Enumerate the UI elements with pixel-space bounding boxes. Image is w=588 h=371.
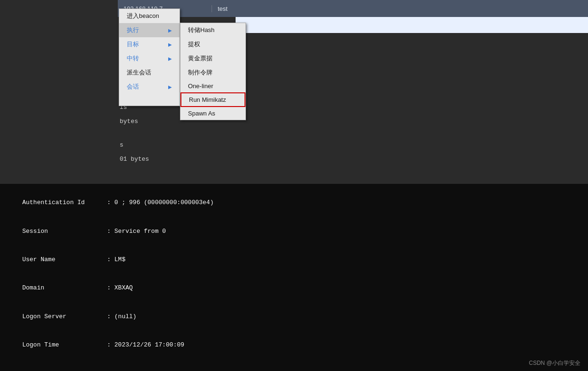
top-section: 192.168.110.7 test At n 192.168.110.7@26… [0,0,588,184]
bytes-text3: 01 bytes [120,156,149,163]
terminal-line-domain: Domain : XBXAQ [8,274,580,302]
terminal-section: Authentication Id : 0 ; 996 (00000000:00… [0,184,588,371]
menu-item-make-token[interactable]: 制作令牌 [180,66,245,80]
s-text: s [120,141,123,148]
menu-item-dump-hash[interactable]: 转储Hash [180,23,245,37]
menu-item-spawn-as[interactable]: Spawn As [180,107,245,120]
header-test: test [212,5,588,12]
ip-row [236,17,588,33]
menu-item-relay[interactable]: 中转 ▶ [119,51,180,66]
menu-item-one-liner[interactable]: One-liner [180,80,245,92]
arrow-icon: ▶ [168,56,172,61]
menu-item-spawn-session[interactable]: 派生会话 [119,66,180,80]
terminal-line-logon-time: Logon Time : 2023/12/26 17:00:09 [8,331,580,359]
terminal-line-sid: SID : S-1-5-20 [8,360,580,371]
terminal-line-session: Session : Service from 0 [8,217,580,245]
secondary-menu: 转储Hash 提权 黄金票据 制作令牌 One-liner Run Mimika… [180,23,246,120]
arrow-icon: ▶ [168,84,172,90]
primary-menu: 进入beacon 执行 ▶ 目标 ▶ 中转 ▶ 派生会话 会话 ▶ [119,8,180,106]
menu-item-session[interactable]: 会话 ▶ [119,80,180,94]
terminal-line-logon-server: Logon Server : (null) [8,303,580,331]
menu-item-enter-beacon[interactable]: 进入beacon [119,9,180,23]
menu-item-escalate[interactable]: 提权 [180,37,245,51]
menu-item-target[interactable]: 目标 ▶ [119,37,180,51]
arrow-icon: ▶ [168,42,172,47]
arrow-icon: ▶ [168,28,172,33]
menu-item-golden-ticket[interactable]: 黄金票据 [180,51,245,66]
terminal-line-username: User Name : LM$ [8,246,580,274]
watermark: CSDN @小白学安全 [529,359,580,367]
menu-item-run-mimikatz[interactable]: Run Mimikatz [180,92,245,107]
context-menu: 进入beacon 执行 ▶ 目标 ▶ 中转 ▶ 派生会话 会话 ▶ [119,8,246,106]
menu-item-execute[interactable]: 执行 ▶ [119,23,180,37]
bytes-text1: bytes [120,118,138,125]
terminal-line-auth-id: Authentication Id : 0 ; 996 (00000000:00… [8,189,580,217]
